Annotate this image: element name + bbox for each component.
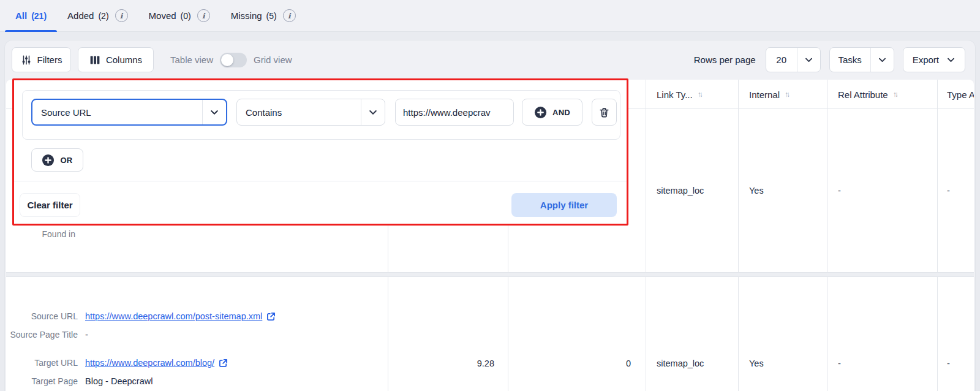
delete-filter-button[interactable]	[592, 99, 617, 126]
found-in-label: Found in	[6, 229, 75, 239]
view-toggle-group: Table view Grid view	[170, 47, 292, 72]
or-button-label: OR	[60, 156, 72, 165]
target-url-line: Target URL https://www.deepcrawl.com/blo…	[6, 357, 228, 369]
tab-count: (5)	[266, 11, 277, 21]
column-header-link-type[interactable]: Link Ty... ↑↓	[646, 80, 738, 109]
filter-footer-divider	[14, 181, 627, 181]
toggle-knob	[221, 54, 233, 66]
table-row-cell-metric1: 9.28	[388, 357, 508, 369]
tasks-button-label: Tasks	[830, 48, 870, 72]
table-row-cell-internal: Yes	[738, 357, 827, 369]
table-row-cell-type-attribute: -	[937, 109, 974, 272]
plus-circle-icon	[42, 154, 55, 167]
table-row-cell-metric2: 0	[508, 357, 646, 369]
chevron-down-icon[interactable]	[203, 100, 226, 124]
source-page-title-line: Source Page Title -	[6, 329, 88, 341]
tab-label: Added	[67, 10, 94, 21]
add-and-condition-button[interactable]: AND	[522, 99, 582, 126]
sort-arrows-icon[interactable]: ↑↓	[785, 90, 790, 99]
filters-button[interactable]: Filters	[12, 47, 71, 72]
table-row-cell-rel-attribute: -	[827, 109, 937, 272]
source-url-link[interactable]: https://www.deepcrawl.com/post-sitemap.x…	[85, 311, 262, 322]
external-link-icon[interactable]	[219, 359, 228, 368]
filter-value-input[interactable]	[395, 99, 514, 126]
tab-all[interactable]: All (21)	[5, 0, 57, 31]
target-page-value: Blog - Deepcrawl	[85, 376, 153, 387]
source-page-title-value: -	[85, 329, 88, 341]
filters-button-label: Filters	[37, 55, 62, 65]
source-url-line: Source URL https://www.deepcrawl.com/pos…	[6, 311, 276, 322]
filter-field-select[interactable]: Source URL	[31, 99, 227, 126]
chevron-down-icon[interactable]	[871, 48, 894, 72]
tab-bar: All (21) Added (2) i Moved (0) i Missing…	[0, 0, 980, 32]
tab-added[interactable]: Added (2) i	[57, 0, 138, 31]
table-row-cell-type-attribute: -	[937, 357, 974, 369]
filter-field-value: Source URL	[32, 100, 202, 124]
target-page-line: Target Page Blog - Deepcrawl	[6, 376, 153, 387]
table-row-cell-rel-attribute: -	[827, 357, 937, 369]
column-header-rel-attribute[interactable]: Rel Attribute ↑↓	[827, 80, 937, 109]
main-panel: Filters Columns Table view Grid view Row…	[5, 40, 975, 391]
plus-circle-icon	[534, 106, 547, 119]
tab-count: (21)	[31, 11, 47, 21]
table-row-cell-internal: Yes	[738, 109, 827, 272]
table-view-label: Table view	[170, 55, 213, 65]
target-url-label: Target URL	[6, 357, 78, 369]
table-row-cell-link-type: sitemap_loc	[646, 357, 738, 369]
chevron-down-icon[interactable]	[361, 99, 385, 125]
source-page-title-label: Source Page Title	[6, 329, 78, 341]
columns-button[interactable]: Columns	[78, 47, 154, 72]
tab-label: Moved	[149, 10, 176, 21]
sort-arrows-icon[interactable]: ↑↓	[893, 90, 899, 99]
row-separator	[6, 272, 974, 277]
toolbar-right: Rows per page 20 Tasks Export	[694, 47, 965, 72]
add-or-condition-button[interactable]: OR	[31, 148, 83, 172]
tab-missing[interactable]: Missing (5) i	[221, 0, 306, 31]
info-icon[interactable]: i	[115, 9, 128, 22]
filter-panel: Source URL Contains AND	[12, 78, 628, 226]
sort-arrows-icon[interactable]: ↑↓	[698, 90, 703, 99]
tab-moved[interactable]: Moved (0) i	[138, 0, 221, 31]
columns-icon	[89, 55, 100, 66]
export-button-label: Export	[913, 55, 939, 65]
rows-per-page-select[interactable]: 20	[766, 47, 821, 72]
info-icon[interactable]: i	[197, 9, 210, 22]
apply-filter-button[interactable]: Apply filter	[511, 193, 617, 217]
grid-view-label: Grid view	[254, 55, 292, 65]
tab-count: (2)	[98, 11, 108, 21]
filters-icon	[21, 55, 32, 66]
target-url-link[interactable]: https://www.deepcrawl.com/blog/	[85, 357, 214, 369]
column-header-internal[interactable]: Internal ↑↓	[738, 80, 827, 109]
tasks-button[interactable]: Tasks	[829, 47, 894, 72]
rows-per-page-value: 20	[766, 48, 797, 72]
view-toggle-switch[interactable]	[220, 53, 247, 67]
info-icon[interactable]: i	[283, 9, 296, 22]
target-page-label: Target Page	[6, 376, 78, 387]
tab-label: Missing	[231, 10, 262, 21]
filter-operator-select[interactable]: Contains	[236, 99, 385, 126]
and-button-label: AND	[552, 108, 570, 117]
chevron-down-icon[interactable]	[797, 48, 820, 72]
trash-icon	[598, 107, 610, 118]
export-button[interactable]: Export	[903, 47, 965, 72]
tab-count: (0)	[181, 11, 191, 21]
chevron-down-icon	[946, 55, 956, 64]
filter-operator-value: Contains	[237, 99, 361, 125]
external-link-icon[interactable]	[266, 312, 276, 321]
table-row-cell-link-type: sitemap_loc	[646, 109, 738, 272]
column-header-type-attribute[interactable]: Type At	[937, 80, 974, 109]
rows-per-page-label: Rows per page	[694, 55, 756, 65]
tab-label: All	[15, 10, 27, 21]
clear-filter-button[interactable]: Clear filter	[20, 193, 80, 217]
source-url-label: Source URL	[6, 311, 78, 322]
columns-button-label: Columns	[106, 55, 142, 65]
